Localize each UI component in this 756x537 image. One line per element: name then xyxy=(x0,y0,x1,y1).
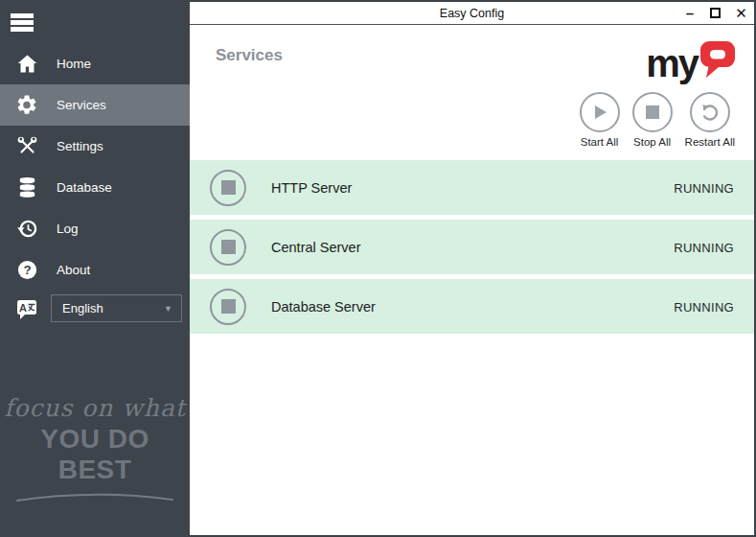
stop-icon xyxy=(221,180,236,195)
window-title: Easy Config xyxy=(440,7,504,20)
sidebar-item-services[interactable]: Services xyxy=(0,84,190,126)
home-icon xyxy=(15,53,38,76)
sidebar-item-label: About xyxy=(57,263,90,277)
service-name: HTTP Server xyxy=(271,180,352,196)
hamburger-bar xyxy=(11,27,34,32)
stop-icon xyxy=(221,299,236,314)
hamburger-menu-icon[interactable] xyxy=(6,12,38,37)
service-status: RUNNING xyxy=(674,240,734,254)
svg-text:A: A xyxy=(19,301,27,313)
sidebar-item-label: Database xyxy=(57,180,112,195)
translate-icon: A xyxy=(15,297,38,320)
language-dropdown[interactable]: English ▼ xyxy=(51,294,182,322)
restart-icon xyxy=(690,92,730,132)
stop-service-button[interactable] xyxy=(210,229,246,266)
language-row: A English ▼ xyxy=(0,288,190,329)
sidebar-item-database[interactable]: Database xyxy=(0,167,190,208)
sidebar-item-log[interactable]: Log xyxy=(0,208,190,249)
stop-all-button[interactable]: Stop All xyxy=(632,92,673,148)
easy-config-window: Home Services xyxy=(0,0,756,537)
service-list: HTTP Server RUNNING Central Server RUNNI… xyxy=(190,160,754,339)
sidebar-item-home[interactable]: Home xyxy=(0,43,190,84)
language-value: English xyxy=(62,301,103,315)
logo-q-icon xyxy=(699,40,736,79)
sidebar: Home Services xyxy=(0,0,190,537)
minimize-button[interactable]: – xyxy=(683,6,697,20)
watermark-line1: focus on what xyxy=(0,394,190,422)
stop-service-button[interactable] xyxy=(210,289,246,325)
sidebar-item-label: Services xyxy=(57,98,106,112)
tools-icon xyxy=(15,135,38,158)
maximize-icon xyxy=(710,8,721,18)
brand-watermark: focus on what YOU DO BEST xyxy=(0,394,190,506)
sidebar-item-label: Home xyxy=(57,57,91,71)
sidebar-item-settings[interactable]: Settings xyxy=(0,126,190,167)
chevron-down-icon: ▼ xyxy=(164,304,172,314)
service-status: RUNNING xyxy=(674,180,734,195)
database-icon xyxy=(15,176,38,199)
stop-service-button[interactable] xyxy=(210,170,246,206)
service-name: Central Server xyxy=(271,240,360,255)
sidebar-item-about[interactable]: ? About xyxy=(0,249,190,291)
service-name: Database Server xyxy=(271,299,376,315)
play-icon xyxy=(580,92,620,132)
titlebar: Easy Config – ✕ xyxy=(190,2,754,25)
myq-logo: my xyxy=(646,40,736,79)
page-title: Services xyxy=(216,46,283,65)
service-row-http: HTTP Server RUNNING xyxy=(190,160,754,215)
close-button[interactable]: ✕ xyxy=(734,6,748,20)
hamburger-bar xyxy=(11,13,34,18)
stop-icon xyxy=(221,240,236,254)
sidebar-item-label: Log xyxy=(57,222,79,236)
window-controls: – ✕ xyxy=(683,2,748,24)
logo-text-my: my xyxy=(646,49,698,79)
stop-icon xyxy=(632,92,673,132)
watermark-curve xyxy=(14,489,175,502)
watermark-line2: YOU DO BEST xyxy=(0,424,190,485)
service-row-central: Central Server RUNNING xyxy=(190,220,754,274)
start-all-button[interactable]: Start All xyxy=(580,92,620,148)
svg-text:?: ? xyxy=(23,263,31,277)
question-icon: ? xyxy=(15,259,38,282)
maximize-button[interactable] xyxy=(710,8,721,18)
restart-all-button[interactable]: Restart All xyxy=(685,92,735,148)
main-panel: Easy Config – ✕ Services my Start All xyxy=(190,0,756,537)
action-label: Start All xyxy=(581,136,619,148)
hamburger-bar xyxy=(11,20,34,25)
service-actions: Start All Stop All Restart All xyxy=(580,92,735,148)
sidebar-item-label: Settings xyxy=(57,139,103,153)
service-status: RUNNING xyxy=(674,299,734,314)
gear-icon xyxy=(15,94,38,117)
service-row-database: Database Server RUNNING xyxy=(190,279,754,334)
history-icon xyxy=(15,218,38,241)
sidebar-nav: Home Services xyxy=(0,43,190,291)
action-label: Stop All xyxy=(633,136,671,148)
action-label: Restart All xyxy=(685,136,735,148)
